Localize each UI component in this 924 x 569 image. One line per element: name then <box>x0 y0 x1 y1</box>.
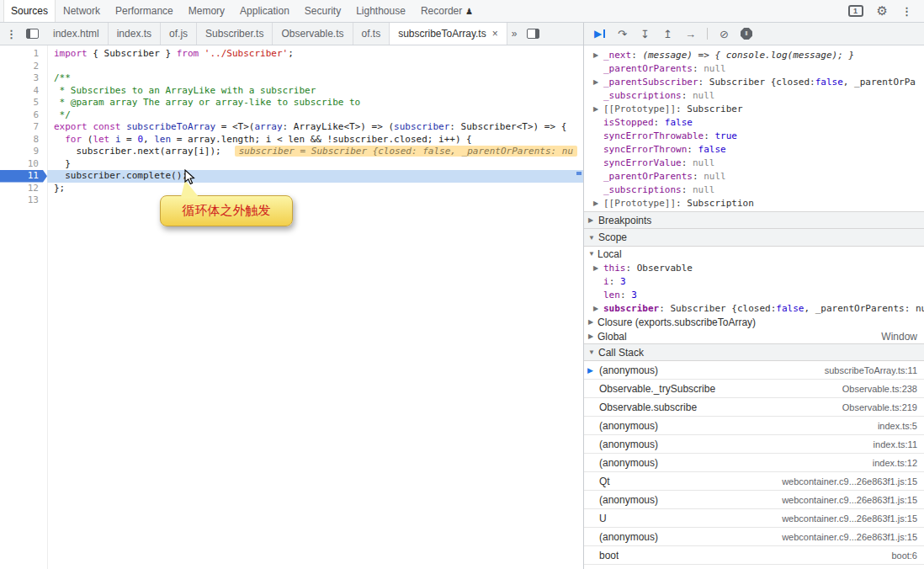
property-row[interactable]: ▶[[Prototype]]: Subscriber <box>584 102 924 115</box>
step-out-icon[interactable]: ↥ <box>657 23 678 45</box>
resume-script-icon[interactable]: ▶ <box>589 23 610 45</box>
property-row[interactable]: i: 3 <box>584 274 924 288</box>
line-number-10[interactable]: 10 <box>0 158 47 171</box>
line-number-11[interactable]: 11 <box>0 170 47 183</box>
line-number-5[interactable]: 5 <box>0 97 47 109</box>
expand-arrow-icon[interactable]: ▶ <box>593 51 603 59</box>
breakpoints-section-header[interactable]: ▶ Breakpoints <box>584 211 924 229</box>
frame-location[interactable]: index.ts:12 <box>864 458 917 468</box>
line-number-6[interactable]: 6 <box>0 109 47 122</box>
frame-location[interactable]: subscribeToArray.ts:11 <box>816 365 917 375</box>
callstack-section-header[interactable]: ▼ Call Stack <box>584 343 924 361</box>
toggle-navigator-icon[interactable] <box>26 29 39 39</box>
line-number-9[interactable]: 9 <box>0 146 47 158</box>
settings-gear-icon[interactable]: ⚙ <box>877 3 888 19</box>
callstack-frame[interactable]: ▶(anonymous)subscribeToArray.ts:11 <box>584 361 924 380</box>
panel-tab-memory[interactable]: Memory <box>181 0 232 22</box>
file-tab-label: subscribeToArray.ts <box>398 28 486 40</box>
frame-location[interactable]: Observable.ts:219 <box>834 402 917 412</box>
property-value: null <box>693 184 715 195</box>
file-tab-Observable.ts[interactable]: Observable.ts <box>273 23 353 45</box>
line-number-8[interactable]: 8 <box>0 134 47 146</box>
scope-section-header[interactable]: ▼ Scope <box>584 229 924 247</box>
callstack-frame[interactable]: (anonymous)webcontainer.c9...26e863f1.js… <box>584 491 924 509</box>
property-row[interactable]: _subscriptions: null <box>584 183 924 196</box>
panel-tab-recorder[interactable]: Recorder♟ <box>413 0 481 22</box>
callstack-frame[interactable]: (anonymous)webcontainer.c9...26e863f1.js… <box>584 528 924 546</box>
frame-function: (anonymous) <box>599 420 658 432</box>
callstack-frame[interactable]: Observable.subscribeObservable.ts:219 <box>584 398 924 417</box>
panel-tab-security[interactable]: Security <box>297 0 348 22</box>
property-row[interactable]: ▶subscriber: Subscriber {closed: false, … <box>584 301 924 315</box>
property-row[interactable]: _parentOrParents: null <box>584 61 924 75</box>
file-tab-of.ts[interactable]: of.ts <box>353 23 390 45</box>
callstack-frame[interactable]: Qtwebcontainer.c9...26e863f1.js:15 <box>584 472 924 491</box>
callstack-frame[interactable]: bootboot:6 <box>584 546 924 565</box>
callstack-frame[interactable]: Uwebcontainer.c9...26e863f1.js:15 <box>584 509 924 528</box>
property-colon: : <box>654 117 665 128</box>
file-tab-of.js[interactable]: of.js <box>161 23 197 45</box>
file-tab-index.ts[interactable]: index.ts <box>109 23 161 45</box>
panel-tab-performance[interactable]: Performance <box>108 0 181 22</box>
property-row[interactable]: syncErrorThrowable: true <box>584 129 924 142</box>
frame-location[interactable]: Observable.ts:238 <box>834 384 917 394</box>
frame-location[interactable]: index.ts:5 <box>869 421 917 431</box>
expand-arrow-icon[interactable]: ▶ <box>593 105 603 113</box>
frame-location[interactable]: boot:6 <box>883 550 917 561</box>
deactivate-breakpoints-icon[interactable]: ⊘ <box>714 23 735 45</box>
code-editor[interactable]: 1import { Subscriber } from '../Subscrib… <box>0 45 583 569</box>
file-tab-subscribeToArray.ts[interactable]: subscribeToArray.ts× <box>390 23 507 45</box>
frame-location[interactable]: index.ts:11 <box>865 439 917 449</box>
scope-group-global[interactable]: ▶GlobalWindow <box>584 329 924 343</box>
expand-arrow-icon[interactable]: ▶ <box>593 199 603 207</box>
property-row[interactable]: syncErrorThrown: false <box>584 142 924 156</box>
console-messages-badge[interactable]: 1 <box>848 5 863 17</box>
callstack-frame[interactable]: (anonymous)index.ts:11 <box>584 435 924 454</box>
callstack-frame[interactable]: (anonymous)index.ts:5 <box>584 417 924 435</box>
more-tools-icon[interactable]: ⋮ <box>0 28 20 40</box>
step-into-icon[interactable]: ↧ <box>635 23 656 45</box>
panel-tab-sources[interactable]: Sources <box>3 0 56 22</box>
close-tab-icon[interactable]: × <box>492 28 498 40</box>
code-token: from <box>177 48 199 59</box>
pause-on-exceptions-icon[interactable]: ‖ <box>741 28 752 40</box>
callstack-frame[interactable]: (anonymous)index.ts:12 <box>584 454 924 472</box>
frame-location[interactable]: webcontainer.c9...26e863f1.js:15 <box>773 495 917 505</box>
more-options-icon[interactable]: ⋮ <box>901 5 912 18</box>
property-row[interactable]: ▶_parentSubscriber: Subscriber {closed: … <box>584 75 924 88</box>
expand-arrow-icon[interactable]: ▶ <box>593 264 603 272</box>
property-row[interactable]: _subscriptions: null <box>584 88 924 102</box>
property-row[interactable]: syncErrorValue: null <box>584 156 924 169</box>
expand-arrow-icon[interactable]: ▶ <box>593 78 603 86</box>
line-number-7[interactable]: 7 <box>0 121 47 134</box>
line-number-3[interactable]: 3 <box>0 72 47 85</box>
scope-group-closure[interactable]: ▶Closure (exports.subscribeToArray) <box>584 315 924 329</box>
tab-overflow-icon[interactable]: » <box>507 28 522 40</box>
property-row[interactable]: ▶_next: (message) => { console.log(messa… <box>584 48 924 61</box>
frame-location[interactable]: webcontainer.c9...26e863f1.js:15 <box>773 513 917 524</box>
file-tab-index.html[interactable]: index.html <box>45 23 109 45</box>
property-value: Subscription <box>687 198 753 209</box>
line-number-13[interactable]: 13 <box>0 194 47 207</box>
property-row[interactable]: ▶this: Observable <box>584 261 924 274</box>
frame-location[interactable]: webcontainer.c9...26e863f1.js:15 <box>773 532 917 542</box>
panel-tab-lighthouse[interactable]: Lighthouse <box>348 0 413 22</box>
panel-tab-network[interactable]: Network <box>56 0 108 22</box>
scope-local-group[interactable]: ▼ Local <box>584 247 924 261</box>
file-tab-Subscriber.ts[interactable]: Subscriber.ts <box>197 23 273 45</box>
step-over-icon[interactable]: ↷ <box>612 23 633 45</box>
line-number-2[interactable]: 2 <box>0 61 47 73</box>
line-number-1[interactable]: 1 <box>0 48 47 61</box>
callstack-frame[interactable]: Observable._trySubscribeObservable.ts:23… <box>584 380 924 398</box>
line-number-12[interactable]: 12 <box>0 183 47 195</box>
line-number-4[interactable]: 4 <box>0 85 47 98</box>
property-row[interactable]: len: 3 <box>584 288 924 301</box>
property-row[interactable]: ▶[[Prototype]]: Subscription <box>584 196 924 210</box>
step-icon[interactable]: → <box>680 23 701 45</box>
property-row[interactable]: isStopped: false <box>584 115 924 129</box>
frame-location[interactable]: webcontainer.c9...26e863f1.js:15 <box>773 476 917 487</box>
property-row[interactable]: _parentOrParents: null <box>584 169 924 183</box>
toggle-debugger-sidebar-icon[interactable] <box>527 29 539 39</box>
expand-arrow-icon[interactable]: ▶ <box>593 305 603 312</box>
panel-tab-application[interactable]: Application <box>232 0 297 22</box>
